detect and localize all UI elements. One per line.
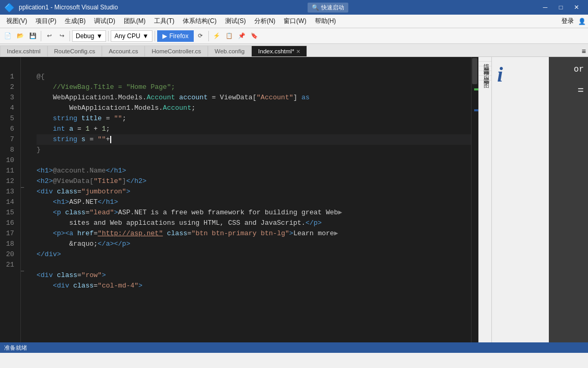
a-tag: a bbox=[69, 228, 73, 239]
sidebar-item-1[interactable]: 训练 bbox=[479, 57, 491, 62]
raquo: &raquo; bbox=[69, 239, 98, 249]
separator-5 bbox=[208, 31, 209, 41]
semi-6: ; bbox=[106, 124, 110, 134]
sidebar-item-5[interactable]: 图 bbox=[479, 76, 491, 80]
href-val: "http://asp.net" bbox=[98, 228, 163, 239]
tool-1[interactable]: ⚡ bbox=[211, 30, 222, 42]
indent-16 bbox=[37, 228, 53, 239]
div-close-1: </div> bbox=[37, 249, 61, 260]
sidebar-item-3[interactable]: 团 bbox=[479, 66, 491, 71]
ns-1: WebApplication1.Models. bbox=[53, 93, 146, 103]
div-col-tag: div bbox=[57, 281, 69, 291]
space-jumbotron bbox=[53, 187, 57, 197]
debug-mode-chevron: ▼ bbox=[96, 32, 102, 40]
login-label[interactable]: 登录 bbox=[561, 17, 574, 26]
toolbar: 📄 📂 💾 ↩ ↪ Debug ▼ Any CPU ▼ ▶ Firefox ⟳ … bbox=[0, 28, 588, 44]
platform-dropdown[interactable]: Any CPU ▼ bbox=[111, 30, 152, 42]
learn-more: Learn more bbox=[293, 228, 334, 239]
redo-button[interactable]: ↪ bbox=[56, 30, 67, 42]
razor-open: @{ bbox=[37, 72, 45, 82]
razor-close: } bbox=[37, 145, 41, 155]
menu-debug[interactable]: 调试(D) bbox=[90, 15, 120, 27]
tool-2[interactable]: 📋 bbox=[224, 30, 235, 42]
undo-button[interactable]: ↩ bbox=[43, 30, 55, 42]
semicolon-1: ; bbox=[191, 103, 195, 113]
or-text: or bbox=[549, 57, 588, 82]
str-account: "Account" bbox=[256, 93, 293, 103]
eq-jumbotron: = bbox=[77, 187, 81, 197]
menu-help[interactable]: 帮助(H) bbox=[311, 15, 340, 27]
space-class bbox=[163, 228, 167, 239]
new-project-button[interactable]: 📄 bbox=[2, 30, 14, 42]
sidebar-item-2[interactable]: 漂亮远端器 bbox=[479, 62, 491, 66]
marker-1 bbox=[474, 88, 478, 90]
save-all-button[interactable]: 💾 bbox=[27, 30, 39, 42]
title-search[interactable]: 🔍 快速启动 bbox=[308, 3, 348, 13]
class-col: class bbox=[73, 281, 93, 291]
col-str: "col-md-4" bbox=[98, 281, 138, 291]
title-bar-left: 🔷 pplication1 - Microsoft Visual Studio bbox=[4, 3, 118, 13]
row-str: "row" bbox=[81, 270, 102, 281]
fold-gutter: ─ ─ bbox=[21, 57, 28, 342]
menu-view[interactable]: 视图(V) bbox=[2, 15, 31, 27]
run-button[interactable]: ▶ Firefox bbox=[157, 30, 194, 42]
menu-tools[interactable]: 工具(T) bbox=[150, 15, 179, 27]
menu-team[interactable]: 团队(M) bbox=[120, 15, 150, 27]
code-line-13: <h1>ASP.NET</h1> bbox=[37, 197, 471, 208]
p-tag: p bbox=[57, 208, 61, 218]
a-gt: > bbox=[289, 228, 293, 239]
code-line-16: <p><a href="http://asp.net" class="btn b… bbox=[37, 228, 471, 239]
menu-window[interactable]: 窗口(W) bbox=[279, 15, 310, 27]
eq-14: = bbox=[86, 208, 90, 218]
maximize-button[interactable]: □ bbox=[554, 2, 568, 13]
var-a: a bbox=[69, 124, 73, 134]
tab-webconfig[interactable]: Web.config bbox=[208, 45, 251, 56]
fold-div-2[interactable]: ─ bbox=[21, 266, 28, 277]
sidebar-item-4[interactable]: 记远端器 bbox=[479, 71, 491, 76]
tab-close-button[interactable]: ✕ bbox=[296, 49, 300, 54]
h2-open: <h2> bbox=[37, 176, 53, 187]
menu-build[interactable]: 生成(B) bbox=[61, 15, 90, 27]
eq-col: = bbox=[93, 281, 98, 291]
tab-account[interactable]: Account.cs bbox=[102, 45, 145, 56]
ns-2: WebApplication1.Models. bbox=[69, 103, 162, 113]
btn-class: "btn btn-primary btn-lg" bbox=[192, 228, 289, 239]
tab-index-cshtml[interactable]: Index.cshtml bbox=[0, 45, 48, 56]
code-editor[interactable]: @{ //ViewBag.Title = "Home Page"; WebApp… bbox=[28, 57, 471, 342]
menu-bar: 视图(V) 项目(P) 生成(B) 调试(D) 团队(M) 工具(T) 体系结构… bbox=[0, 15, 588, 28]
tool-3[interactable]: 📌 bbox=[236, 30, 248, 42]
menu-test[interactable]: 测试(S) bbox=[221, 15, 250, 27]
minimize-button[interactable]: ─ bbox=[538, 2, 552, 13]
menu-architecture[interactable]: 体系结构(C) bbox=[179, 15, 221, 27]
platform-chevron: ▼ bbox=[143, 32, 149, 40]
tab-routeconfig[interactable]: RouteConfig.cs bbox=[48, 45, 102, 56]
menu-project[interactable]: 项目(P) bbox=[31, 15, 61, 27]
code-line-blank bbox=[37, 61, 471, 72]
debug-mode-dropdown[interactable]: Debug ▼ bbox=[72, 30, 106, 42]
code-line-15: sites and Web applications using HTML, C… bbox=[37, 218, 471, 228]
code-line-14: <p class="lead">ASP.NET is a free web fr… bbox=[37, 208, 471, 218]
h1-close: </h1> bbox=[106, 166, 126, 176]
restart-button[interactable]: ⟳ bbox=[195, 30, 206, 42]
tab-active-label: Index.cshtml* bbox=[258, 48, 294, 54]
div-row-lt: < bbox=[37, 270, 41, 281]
tab-scroll-button[interactable]: ≡ bbox=[580, 46, 588, 56]
tool-4[interactable]: 🔖 bbox=[249, 30, 260, 42]
dark-right-panel: or = bbox=[549, 57, 588, 342]
close-button[interactable]: ✕ bbox=[569, 2, 584, 13]
vscroll-thumb[interactable] bbox=[472, 58, 477, 84]
p-cont: sites and Web applications using HTML, C… bbox=[69, 218, 305, 228]
var-account: account bbox=[179, 93, 208, 103]
tab-homecontroller[interactable]: HomeController.cs bbox=[145, 45, 208, 56]
semi-5: ; bbox=[122, 113, 126, 124]
window-title: pplication1 - Microsoft Visual Studio bbox=[19, 4, 118, 11]
str-empty: "" bbox=[114, 113, 122, 124]
menu-analyze[interactable]: 分析(N) bbox=[250, 15, 280, 27]
fold-div-1[interactable]: ─ bbox=[21, 182, 28, 193]
open-button[interactable]: 📂 bbox=[15, 30, 26, 42]
menu-right: 登录 👤 bbox=[561, 17, 586, 26]
search-label: 快速启动 bbox=[321, 4, 344, 12]
tab-index-cshtml-active[interactable]: Index.cshtml* ✕ bbox=[251, 45, 307, 56]
code-line-18: </div> bbox=[37, 249, 471, 260]
vscroll-bar[interactable] bbox=[471, 57, 478, 342]
